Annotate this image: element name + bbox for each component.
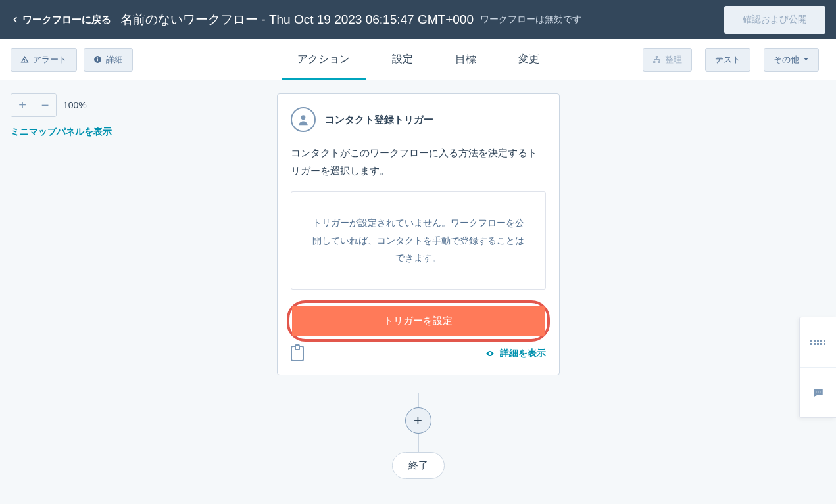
back-to-workflows-link[interactable]: ワークフローに戻る <box>11 14 111 26</box>
alerts-button[interactable]: アラート <box>11 48 77 72</box>
details-button[interactable]: 詳細 <box>84 48 133 72</box>
contact-icon <box>291 107 316 132</box>
tab-change[interactable]: 変更 <box>516 39 542 80</box>
chevron-left-icon <box>11 14 20 26</box>
zoom-level: 100% <box>63 100 87 110</box>
add-action-button[interactable]: + <box>405 407 431 434</box>
organize-label: 整理 <box>665 54 682 66</box>
zoom-out-button[interactable]: − <box>34 94 56 116</box>
trigger-card-title: コンタクト登録トリガー <box>325 114 433 126</box>
tab-bar: アクション 設定 目標 変更 <box>295 39 542 80</box>
organize-button[interactable]: 整理 <box>643 48 692 72</box>
svg-point-8 <box>816 391 817 392</box>
svg-point-10 <box>820 391 821 392</box>
caret-down-icon <box>803 57 809 62</box>
workflow-status: ワークフローは無効です <box>480 14 581 26</box>
tab-action[interactable]: アクション <box>295 39 353 80</box>
trigger-node-card[interactable]: コンタクト登録トリガー コンタクトがこのワークフローに入る方法を決定するトリガー… <box>277 93 560 375</box>
svg-rect-3 <box>656 56 658 58</box>
svg-rect-1 <box>97 58 98 61</box>
trigger-empty-state: トリガーが設定されていません。ワークフローを公開していれば、コンタクトを手動で登… <box>291 191 546 290</box>
rail-grid-button[interactable] <box>800 317 836 367</box>
highlight-annotation: トリガーを設定 <box>287 300 550 342</box>
grid-icon <box>810 340 825 345</box>
workflow-canvas[interactable]: + − 100% ミニマップパネルを表示 コンタクト登録トリガー コンタクトがこ… <box>0 80 836 504</box>
svg-rect-5 <box>658 61 660 63</box>
end-node: 終了 <box>392 452 445 479</box>
show-details-link[interactable]: 詳細を表示 <box>484 348 546 359</box>
back-label: ワークフローに戻る <box>22 14 111 26</box>
trigger-card-description: コンタクトがこのワークフローに入る方法を決定するトリガーを選択します。 <box>291 144 546 179</box>
details-link-label: 詳細を表示 <box>500 348 546 359</box>
alerts-label: アラート <box>33 54 67 66</box>
eye-icon <box>484 349 496 358</box>
svg-rect-2 <box>97 57 98 58</box>
toolbar: アラート 詳細 アクション 設定 目標 変更 整理 テスト その他 <box>0 39 836 80</box>
zoom-in-button[interactable]: + <box>11 94 34 116</box>
show-minimap-link[interactable]: ミニマップパネルを表示 <box>11 126 112 138</box>
warning-icon <box>20 55 29 64</box>
tab-goal[interactable]: 目標 <box>453 39 479 80</box>
more-button[interactable]: その他 <box>764 48 819 72</box>
test-button[interactable]: テスト <box>705 48 750 72</box>
publish-button[interactable]: 確認および公開 <box>724 6 825 34</box>
setup-trigger-button[interactable]: トリガーを設定 <box>292 306 545 336</box>
clipboard-icon[interactable] <box>291 346 304 361</box>
tab-settings[interactable]: 設定 <box>389 39 416 80</box>
rail-comments-button[interactable] <box>800 367 836 417</box>
more-label: その他 <box>774 54 799 66</box>
app-header: ワークフローに戻る 名前のないワークフロー - Thu Oct 19 2023 … <box>0 0 836 39</box>
info-icon <box>93 55 102 64</box>
workflow-title[interactable]: 名前のないワークフロー - Thu Oct 19 2023 06:15:47 G… <box>120 11 474 28</box>
svg-rect-4 <box>653 61 655 63</box>
connector-line <box>418 434 419 453</box>
sitemap-icon <box>652 55 661 64</box>
svg-point-9 <box>818 391 819 392</box>
zoom-controls: + − 100% <box>11 93 87 117</box>
comment-icon <box>812 387 825 399</box>
svg-point-6 <box>301 115 305 120</box>
details-label: 詳細 <box>106 54 123 66</box>
svg-point-7 <box>489 353 490 354</box>
right-side-rail <box>799 317 836 418</box>
